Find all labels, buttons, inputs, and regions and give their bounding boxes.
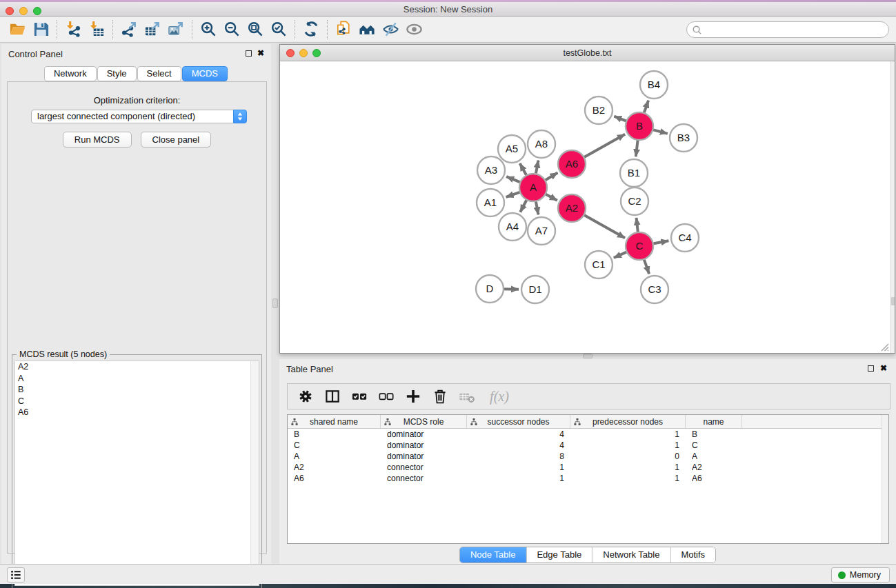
tab-motifs[interactable]: Motifs [670,547,715,562]
toggle-graphics-details-button[interactable] [379,19,402,40]
column-header-mcds-role[interactable]: MCDS role [381,415,467,428]
search-box[interactable] [686,21,889,38]
search-input[interactable] [702,23,888,37]
cell-mcds-role: connector [381,474,467,483]
table-options-gear-icon [297,388,314,405]
table-float-button[interactable] [868,365,874,372]
open-session-button[interactable] [6,19,29,40]
graph-edge-A6-B[interactable] [582,134,625,159]
column-header-successor-nodes[interactable]: successor nodes [467,415,570,428]
import-table-button[interactable] [85,19,108,40]
close-panel-button-mcds[interactable]: Close panel [141,132,212,148]
graph-node-label-A2: A2 [566,202,578,214]
ui-settings-button[interactable] [7,567,25,582]
table-close-button[interactable]: ✖ [880,363,887,373]
tab-select[interactable]: Select [137,66,181,81]
horizontal-splitter-handle[interactable] [583,354,593,358]
cell-predecessor-nodes: 1 [570,440,686,450]
column-header-predecessor-nodes[interactable]: predecessor nodes [570,415,686,428]
hide-panel-button[interactable] [402,19,426,40]
function-builder-button[interactable]: f(x) [484,387,515,406]
control-panel-title: Control Panel [8,49,63,59]
column-type-icon [470,418,477,425]
zoom-in-button[interactable] [197,19,220,40]
cell-name: A [686,452,742,461]
table-row-b[interactable]: Bdominator41B [288,429,888,440]
toolbar-separator [112,20,113,39]
network-right-splitter-handle[interactable] [890,297,895,305]
export-image-icon [168,21,185,38]
unselect-all-columns-button[interactable] [377,387,395,406]
graph-node-label-B4: B4 [648,79,660,90]
memory-button[interactable]: Memory [831,567,890,582]
tab-style[interactable]: Style [97,66,137,81]
cell-successor-nodes: 4 [467,429,570,439]
close-panel-button[interactable]: ✖ [257,48,264,58]
mcds-tab-content: Optimization criterion: largest connecte… [7,81,267,554]
table-options-gear-button[interactable] [296,387,315,406]
result-item-a6[interactable]: A6 [15,407,259,418]
column-type-icon [574,418,581,425]
zoom-selected-button[interactable] [267,19,290,40]
delete-columns-icon [432,388,448,405]
table-row-c[interactable]: Cdominator41C [288,440,888,451]
graph-node-label-B2: B2 [593,104,605,116]
run-mcds-button[interactable]: Run MCDS [63,132,132,148]
column-header-name[interactable]: name [686,415,742,428]
table-panel: Table Panel ✖ f(x) shared name MCDS role… [279,359,896,564]
control-panel-header: Control Panel ✖ [1,44,271,62]
toolbar-separator [327,20,328,39]
graph-node-label-C2: C2 [628,195,641,207]
window-resize-grip[interactable] [880,343,889,352]
network-window-titlebar: testGlobe.txt [280,45,895,61]
tab-edge-table[interactable]: Edge Table [526,547,593,562]
tab-network-table[interactable]: Network Table [593,547,670,562]
import-network-button[interactable] [61,19,85,40]
result-item-c[interactable]: C [15,396,259,407]
tab-node-table[interactable]: Node Table [460,547,527,562]
network-canvas[interactable]: B4B2BB3A5A8A6B1A3AA1C2A4A7A2C4CC1C3DD1 [280,61,890,353]
show-column-panel-button[interactable] [323,387,341,406]
app-window: Session: New Session Control Panel ✖ Net… [0,2,896,584]
new-network-from-selection-button[interactable] [332,19,355,40]
delete-columns-button[interactable] [430,387,449,406]
graph-edge-A2-C[interactable] [582,214,625,238]
cell-predecessor-nodes: 1 [570,474,686,483]
cell-shared-name: B [288,429,381,439]
mcds-result-list[interactable]: A2ABCA6 [14,361,259,586]
column-header-shared-name[interactable]: shared name [288,415,381,428]
save-session-button[interactable] [29,19,52,40]
import-table-icon [88,21,106,38]
select-all-columns-button[interactable] [350,387,368,406]
result-item-a[interactable]: A [15,373,259,385]
export-network-button[interactable] [117,19,141,40]
graph-node-label-A: A [530,181,537,193]
export-image-button[interactable] [164,19,188,40]
zoom-out-button[interactable] [220,19,243,40]
create-column-button[interactable] [404,387,422,406]
table-row-a[interactable]: Adominator80A [288,451,888,462]
tab-network[interactable]: Network [44,66,97,81]
tab-mcds[interactable]: MCDS [182,66,228,81]
cell-name: A6 [686,474,742,483]
table-row-a2[interactable]: A2connector11A2 [288,462,888,473]
save-session-icon [32,21,50,38]
table-row-a6[interactable]: A6connector11A6 [288,473,888,484]
cell-successor-nodes: 1 [467,463,570,472]
unselect-all-columns-icon [378,388,395,405]
export-table-button[interactable] [141,19,164,40]
optimization-criterion-select[interactable]: largest connected component (directed) [31,110,247,123]
float-panel-button[interactable] [246,50,252,57]
delete-table-button[interactable] [457,387,476,406]
zoom-fit-button[interactable] [243,19,267,40]
result-scrollbar[interactable] [250,361,259,585]
vertical-splitter-handle[interactable] [272,298,278,308]
zoom-in-icon [200,21,217,38]
first-neighbors-button[interactable] [355,19,379,40]
result-item-a2[interactable]: A2 [15,361,259,373]
result-item-b[interactable]: B [15,384,259,396]
function-builder-icon: f(x) [490,389,509,405]
cell-name: C [686,440,742,450]
table-scrollbar[interactable] [882,415,888,543]
refresh-layout-button[interactable] [299,19,323,40]
